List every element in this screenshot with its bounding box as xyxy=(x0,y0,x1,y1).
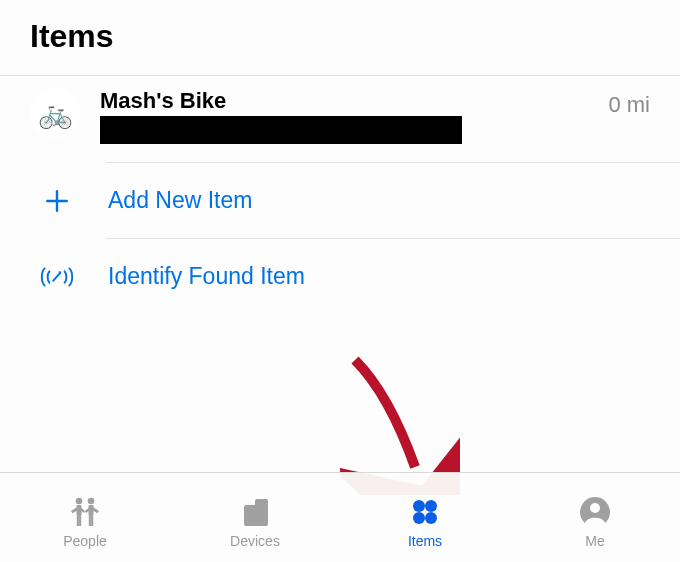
svg-point-3 xyxy=(88,497,95,504)
item-location-redacted xyxy=(100,116,462,144)
svg-point-12 xyxy=(413,500,425,512)
item-name: Mash's Bike xyxy=(100,88,588,114)
svg-rect-6 xyxy=(77,514,79,526)
item-distance: 0 mi xyxy=(608,92,650,118)
svg-point-15 xyxy=(425,512,437,524)
person-circle-icon xyxy=(579,495,611,529)
tab-items[interactable]: Items xyxy=(340,473,510,562)
page-title: Items xyxy=(30,18,650,55)
svg-rect-9 xyxy=(91,514,93,526)
people-icon xyxy=(67,495,103,529)
devices-icon xyxy=(238,495,272,529)
tab-bar: People Devices Items Me xyxy=(0,472,680,562)
add-new-item-label: Add New Item xyxy=(108,187,252,214)
tab-items-label: Items xyxy=(408,533,442,549)
tab-me-label: Me xyxy=(585,533,604,549)
bicycle-icon: 🚲 xyxy=(38,97,73,130)
svg-rect-7 xyxy=(79,514,81,526)
items-header: Items xyxy=(0,0,680,75)
items-grid-icon xyxy=(410,495,440,529)
add-new-item-button[interactable]: Add New Item xyxy=(0,163,680,238)
item-icon-wrap: 🚲 xyxy=(30,88,80,138)
broadcast-icon xyxy=(38,264,76,290)
tab-people[interactable]: People xyxy=(0,473,170,562)
tab-devices[interactable]: Devices xyxy=(170,473,340,562)
identify-found-item-button[interactable]: Identify Found Item xyxy=(0,239,680,314)
svg-rect-8 xyxy=(89,514,91,526)
svg-point-14 xyxy=(413,512,425,524)
svg-point-2 xyxy=(76,497,83,504)
svg-rect-11 xyxy=(255,499,268,526)
tab-me[interactable]: Me xyxy=(510,473,680,562)
item-main: Mash's Bike xyxy=(100,88,588,144)
plus-icon xyxy=(38,188,76,214)
svg-point-13 xyxy=(425,500,437,512)
tab-people-label: People xyxy=(63,533,107,549)
item-row-mashs-bike[interactable]: 🚲 Mash's Bike 0 mi xyxy=(0,76,680,162)
svg-point-17 xyxy=(590,503,600,513)
tab-devices-label: Devices xyxy=(230,533,280,549)
identify-found-item-label: Identify Found Item xyxy=(108,263,305,290)
